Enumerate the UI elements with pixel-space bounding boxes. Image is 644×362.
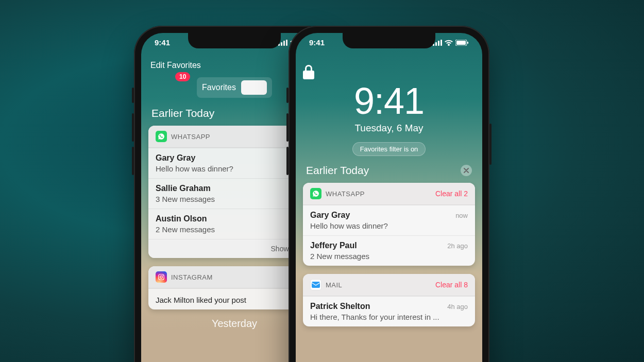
svg-rect-16 bbox=[467, 42, 468, 44]
lockscreen-clock: 9:41 bbox=[303, 82, 475, 119]
section-header-label: Earlier Today bbox=[151, 107, 214, 119]
timestamp: 2h ago bbox=[447, 242, 468, 250]
app-name-label: WHATSAPP bbox=[326, 190, 431, 198]
volume-down bbox=[286, 147, 289, 175]
notification-row[interactable]: Patrick Shelton 4h ago Hi there, Thanks … bbox=[303, 296, 475, 326]
status-time: 9:41 bbox=[309, 38, 325, 47]
favorites-label: Favorites bbox=[202, 83, 236, 92]
volume-down bbox=[132, 147, 134, 175]
favorites-badge: 10 bbox=[175, 72, 190, 81]
clear-section-button[interactable] bbox=[461, 165, 472, 176]
whatsapp-card-header: WHATSAPP Clear all 2 bbox=[303, 183, 475, 205]
whatsapp-card[interactable]: WHATSAPP Clear all 2 Gary Gray now Hello… bbox=[303, 183, 475, 266]
sender: Gary Gray bbox=[156, 153, 195, 163]
mail-card-header: MAIL Clear all 8 bbox=[303, 274, 475, 296]
favorites-segment[interactable]: Favorites bbox=[197, 77, 272, 98]
mute-switch bbox=[132, 88, 134, 103]
section-header-label: Earlier Today bbox=[306, 164, 369, 177]
power-button bbox=[489, 124, 492, 165]
instagram-icon bbox=[156, 271, 167, 283]
battery-icon bbox=[455, 40, 469, 46]
sender: Austin Olson bbox=[156, 214, 207, 223]
svg-rect-3 bbox=[286, 40, 287, 46]
volume-up bbox=[132, 113, 134, 142]
segment-other[interactable] bbox=[241, 80, 267, 95]
svg-rect-2 bbox=[283, 41, 285, 46]
sender: Jeffery Paul bbox=[310, 241, 357, 250]
sender: Sallie Graham bbox=[156, 184, 211, 193]
wifi-icon bbox=[445, 40, 453, 46]
whatsapp-icon bbox=[156, 131, 167, 142]
svg-rect-12 bbox=[438, 41, 439, 46]
mail-card[interactable]: MAIL Clear all 8 Patrick Shelton 4h ago … bbox=[303, 274, 475, 326]
svg-rect-13 bbox=[440, 40, 442, 46]
svg-point-8 bbox=[160, 276, 163, 279]
svg-rect-1 bbox=[281, 42, 282, 46]
whatsapp-icon bbox=[310, 188, 321, 199]
notification-row[interactable]: Jeffery Paul 2h ago 2 New messages bbox=[303, 235, 475, 266]
volume-up bbox=[286, 113, 289, 142]
message-preview: 2 New messages bbox=[310, 252, 468, 261]
timestamp: now bbox=[455, 212, 468, 219]
phone-right: 9:41 9:41 Tuesday, bbox=[289, 26, 489, 362]
section-header-earlier-today: Earlier Today bbox=[306, 164, 472, 177]
svg-rect-15 bbox=[456, 41, 466, 45]
clear-all-button[interactable]: Clear all 8 bbox=[435, 281, 468, 289]
notch bbox=[188, 33, 281, 48]
sender: Patrick Shelton bbox=[310, 302, 370, 311]
svg-point-9 bbox=[162, 275, 163, 276]
lock-icon bbox=[303, 65, 475, 79]
app-name-label: MAIL bbox=[326, 281, 431, 289]
timestamp: 4h ago bbox=[447, 303, 468, 311]
notification-row[interactable]: Gary Gray now Hello how was dinner? bbox=[303, 205, 475, 235]
message-preview: Hi there, Thanks for your interest in ..… bbox=[310, 313, 468, 321]
mail-icon bbox=[310, 279, 321, 290]
favorites-filter-pill[interactable]: Favorites filter is on bbox=[352, 142, 426, 156]
mute-switch bbox=[286, 88, 289, 103]
notch bbox=[343, 33, 435, 48]
svg-rect-17 bbox=[312, 282, 320, 288]
sender: Gary Gray bbox=[310, 211, 350, 220]
clear-all-button[interactable]: Clear all 2 bbox=[435, 189, 468, 198]
status-time: 9:41 bbox=[155, 38, 170, 47]
lockscreen-date: Tuesday, 6 May bbox=[303, 123, 475, 134]
message-preview: Hello how was dinner? bbox=[310, 221, 468, 230]
svg-rect-11 bbox=[435, 42, 437, 46]
